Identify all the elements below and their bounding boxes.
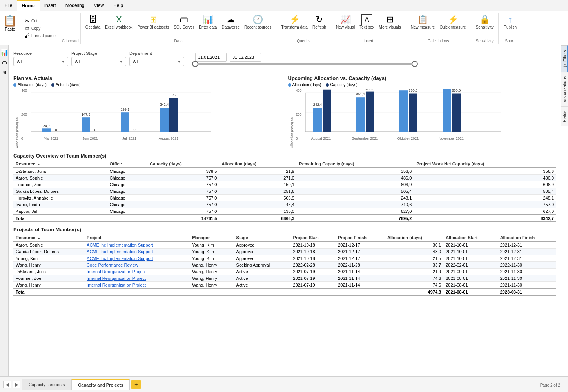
proj-project[interactable]: Internal Reorganization Project [84, 282, 190, 289]
department-filter-select[interactable]: All ▼ [129, 57, 184, 66]
excel-button[interactable]: X Excel workbook [103, 13, 134, 31]
right-tab-visualizations[interactable]: Visualizations [561, 72, 568, 106]
prev-page-button[interactable]: ◀ [3, 381, 11, 388]
capacity-row: Aaron, Sophie Chicago 757,0 271,0 486,0 … [13, 175, 556, 181]
lbl-ua-aug: August 2021 [311, 136, 331, 140]
tab-view[interactable]: View [89, 0, 109, 11]
val-ua-okt-cap: 390,0 [408, 89, 417, 93]
proj-col-allocation[interactable]: Allocation (days) [385, 234, 443, 241]
bar-ua-aug-alloc [313, 108, 322, 132]
date-start-input[interactable] [195, 53, 227, 62]
insert-group-items: 📈 New visual A Text box ⊞ More visuals [334, 13, 403, 38]
proj-project[interactable]: ACME Inc Implementation Support [84, 241, 190, 249]
excel-label: Excel workbook [105, 25, 132, 30]
quick-measure-button[interactable]: ⚡ Quick measure [438, 13, 467, 31]
format-painter-button[interactable]: 🖌 Format painter [23, 32, 58, 39]
cap-total-capacity: 14761,5 [147, 215, 219, 222]
paste-button[interactable]: 📋 Paste [0, 13, 20, 44]
col-office[interactable]: Office [107, 160, 148, 168]
resource-filter: Resource All ▼ [13, 51, 68, 66]
proj-col-finish[interactable]: Project Finish [336, 234, 385, 241]
tab-help[interactable]: Help [109, 0, 128, 11]
proj-project[interactable]: ACME Inc Implementation Support [84, 255, 190, 262]
share-group-label: Share [505, 39, 515, 43]
col-allocation[interactable]: Allocation (days) [219, 160, 296, 168]
proj-project[interactable]: Code Performance Review [84, 262, 190, 269]
val-mai-alloc: 34,7 [43, 124, 50, 128]
proj-project[interactable]: Internal Reorganization Project [84, 269, 190, 275]
sensitivity-group-items: 🔒 Sensitivity [474, 13, 495, 38]
sensitivity-button[interactable]: 🔒 Sensitivity [474, 13, 495, 31]
more-visuals-button[interactable]: ⊞ More visuals [377, 13, 403, 31]
add-tab-button[interactable]: + [131, 380, 141, 389]
proj-stage: Active [234, 269, 291, 275]
tab-capacity-projects[interactable]: Capacity and Projects [71, 379, 130, 390]
sql-button[interactable]: 🗃 SQL Server [172, 13, 196, 31]
slider-thumb-right[interactable] [412, 61, 418, 67]
page-info: Page 2 of 2 [540, 383, 560, 387]
tab-modeling[interactable]: Modeling [61, 0, 89, 11]
lbl-juni: Juni 2021 [82, 136, 98, 140]
right-tab-fields[interactable]: Fields [561, 106, 568, 126]
tab-file[interactable]: File [0, 0, 17, 11]
publish-button[interactable]: ↑ Publish [502, 13, 518, 31]
dataverse-button[interactable]: ☁ Dataverse [220, 13, 241, 31]
ribbon-content: 📋 Paste ✂ Cut ⧉ Copy 🖌 Format painter Cl… [0, 11, 568, 45]
proj-project[interactable]: ACME Inc Implementation Support [84, 249, 190, 255]
proj-project[interactable]: Internal Reorganization Project [84, 275, 190, 282]
get-data-button[interactable]: 🗄 Get data [84, 13, 102, 31]
proj-col-start[interactable]: Project Start [290, 234, 336, 241]
sensitivity-label: Sensitivity [476, 25, 494, 30]
tab-insert[interactable]: Insert [40, 0, 61, 11]
proj-alloc-finish: 2022-11-30 [498, 262, 556, 269]
project-stage-value: All [75, 59, 80, 64]
new-visual-button[interactable]: 📈 New visual [334, 13, 356, 31]
cap-capacity: 378,5 [147, 168, 219, 175]
power-bi-button[interactable]: ⊞ Power BI datasets [136, 13, 171, 31]
resource-filter-select[interactable]: All ▼ [13, 57, 68, 66]
proj-allocation: 33,7 [385, 262, 443, 269]
right-tab-filters[interactable]: ▽ Filters [561, 45, 568, 72]
clipboard-group: 📋 Paste ✂ Cut ⧉ Copy 🖌 Format painter Cl… [0, 13, 81, 44]
val-juli-actual: 0 [133, 128, 135, 132]
proj-col-alloc-finish[interactable]: Allocation Finish [498, 234, 556, 241]
proj-stage: Approved [234, 241, 291, 249]
col-resource[interactable]: Resource ▲ [13, 160, 107, 168]
transform-button[interactable]: ⚡ Transform data [279, 13, 309, 31]
proj-col-alloc-start[interactable]: Allocation Start [443, 234, 497, 241]
tab-capacity-requests[interactable]: Capacity Requests [22, 379, 71, 390]
sql-icon: 🗃 [178, 14, 189, 25]
proj-alloc-finish: 2021-11-30 [498, 282, 556, 289]
proj-col-stage[interactable]: Stage [234, 234, 291, 241]
calculations-group-label: Calculations [428, 39, 449, 43]
capacity-row: DiStefano, Julia Chicago 378,5 21,9 356,… [13, 168, 556, 175]
enter-data-button[interactable]: 📊 Enter data [197, 13, 218, 31]
project-row: Wang, Henry Internal Reorganization Proj… [13, 282, 556, 289]
proj-col-resource[interactable]: Resource ▲ [13, 234, 84, 241]
copy-button[interactable]: ⧉ Copy [23, 25, 58, 32]
col-net[interactable]: Project Work Net Capacity (days) [414, 160, 556, 168]
next-page-button[interactable]: ▶ [13, 381, 20, 388]
sidebar-model-icon[interactable]: ⊞ [1, 69, 8, 76]
recent-sources-button[interactable]: 🕐 Recent sources [243, 13, 273, 31]
project-stage-select[interactable]: All ▼ [71, 57, 126, 66]
slider-thumb-left[interactable] [192, 61, 198, 67]
sidebar-report-icon[interactable]: 📊 [1, 49, 8, 56]
col-remaining[interactable]: Remaining Capacity (days) [297, 160, 414, 168]
proj-start: 2021-10-18 [290, 241, 336, 249]
sidebar-data-icon[interactable]: 🗃 [1, 59, 8, 66]
proj-col-project[interactable]: Project [84, 234, 190, 241]
new-measure-button[interactable]: 📋 New measure [409, 13, 437, 31]
y-tick-400: 400 [21, 89, 31, 93]
col-capacity[interactable]: Capacity (days) [147, 160, 219, 168]
cut-button[interactable]: ✂ Cut [23, 17, 58, 24]
proj-col-manager[interactable]: Manager [190, 234, 234, 241]
paste-label: Paste [5, 27, 15, 31]
proj-manager: Wang, Henry [190, 262, 234, 269]
cap-net: 356,6 [414, 168, 556, 175]
date-end-input[interactable] [230, 53, 261, 62]
cap-allocation: 150,1 [219, 181, 296, 188]
text-box-button[interactable]: A Text box [358, 13, 376, 31]
refresh-button[interactable]: ↻ Refresh [311, 13, 328, 31]
tab-home[interactable]: Home [17, 0, 39, 11]
